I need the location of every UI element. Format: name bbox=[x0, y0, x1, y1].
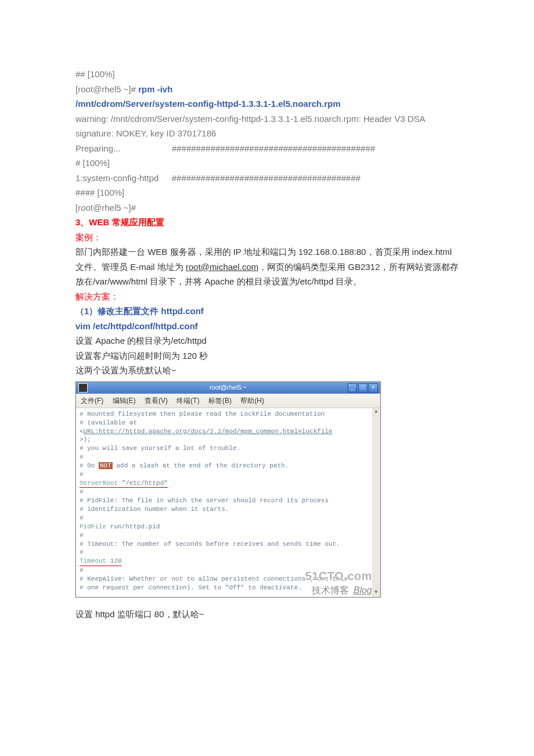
output-label: Preparing... bbox=[75, 143, 121, 153]
prompt: [root@rhel5 ~]# bbox=[75, 84, 138, 94]
term-line: PidFile run/httpd.pid bbox=[80, 523, 369, 531]
directive-value: 120 bbox=[110, 557, 122, 564]
term-text: # Do bbox=[80, 462, 99, 469]
step1-desc-line: 设置 Apache 的根目录为/etc/httpd bbox=[75, 333, 459, 348]
menu-tabs[interactable]: 标签(B) bbox=[208, 397, 232, 405]
command-path: /mnt/cdrom/Server/system-config-httpd-1.… bbox=[75, 96, 459, 111]
terminal-window: root@rhel5:~ _ □ × 文件(F) 编辑(E) 查看(V) 终端(… bbox=[75, 381, 381, 597]
post-terminal-line: 设置 httpd 监听端口 80，默认哈~ bbox=[75, 607, 459, 622]
output-hashes: ####################################### bbox=[172, 173, 360, 183]
output-line: # [100%] bbox=[75, 156, 459, 171]
menu-terminal[interactable]: 终端(T) bbox=[176, 397, 199, 405]
term-line: # Do NOT add a slash at the end of the d… bbox=[80, 462, 369, 470]
output-line: warning: /mnt/cdrom/Server/system-config… bbox=[75, 111, 459, 141]
output-label: 1:system-config-httpd bbox=[75, 173, 158, 183]
term-line: # (available at <URL:http://httpd.apache… bbox=[80, 419, 369, 436]
step1-desc-line: 这两个设置为系统默认哈~ bbox=[75, 363, 459, 378]
term-highlight: NOT bbox=[99, 462, 113, 469]
watermark-cn: 技术博客 bbox=[312, 585, 349, 595]
watermark-domain: 51CTO.com bbox=[305, 568, 372, 584]
menu-edit[interactable]: 编辑(E) bbox=[113, 397, 136, 405]
document-content: ## [100%] [root@rhel5 ~]# rpm -ivh /mnt/… bbox=[0, 0, 534, 656]
email-link[interactable]: root@michael.com bbox=[186, 262, 258, 272]
case-description: 部门内部搭建一台 WEB 服务器，采用的 IP 地址和端口为 192.168.0… bbox=[75, 244, 459, 289]
term-line: # bbox=[80, 548, 369, 557]
step1-desc-line: 设置客户端访问超时时间为 120 秒 bbox=[75, 348, 459, 363]
window-icon bbox=[78, 383, 88, 393]
close-button[interactable]: × bbox=[369, 383, 378, 393]
step1-command: vim /etc/httpd/conf/httpd.conf bbox=[75, 319, 459, 334]
term-line: # bbox=[80, 514, 369, 523]
term-line: # bbox=[80, 531, 369, 540]
term-line: >); bbox=[80, 435, 369, 444]
menubar: 文件(F) 编辑(E) 查看(V) 终端(T) 标签(B) 帮助(H) bbox=[76, 394, 380, 408]
term-line: # you will save yourself a lot of troubl… bbox=[80, 444, 369, 453]
directive-name: PidFile bbox=[80, 523, 110, 530]
terminal-body[interactable]: ▲ ▼ # mounted filesystem then please rea… bbox=[76, 408, 380, 597]
term-url: URL:http://httpd.apache.org/docs/2.2/mod… bbox=[84, 428, 333, 435]
maximize-button[interactable]: □ bbox=[358, 383, 367, 393]
term-line: Timeout 120 bbox=[80, 557, 369, 566]
output-line: #### [100%] bbox=[75, 185, 459, 200]
output-line: 1:system-config-httpd ##################… bbox=[75, 171, 459, 186]
output-hashes: ########################################… bbox=[172, 143, 375, 153]
term-line: # mounted filesystem then please read th… bbox=[80, 410, 369, 419]
term-line: # identification number when it starts. bbox=[80, 505, 369, 514]
term-line: # bbox=[80, 453, 369, 462]
directive-value: run/httpd.pid bbox=[110, 523, 160, 530]
watermark: 51CTO.com 技术博客Blog bbox=[305, 568, 372, 597]
window-titlebar: root@rhel5:~ _ □ × bbox=[76, 382, 380, 394]
menu-help[interactable]: 帮助(H) bbox=[240, 397, 264, 405]
case-label: 案例： bbox=[75, 230, 459, 245]
directive-name: Timeout bbox=[80, 557, 110, 564]
output-line: ## [100%] bbox=[75, 67, 459, 82]
window-buttons: _ □ × bbox=[348, 383, 378, 393]
term-line: # Timeout: The number of seconds before … bbox=[80, 540, 369, 549]
menu-view[interactable]: 查看(V) bbox=[145, 397, 168, 405]
term-line: # bbox=[80, 488, 369, 496]
output-line: Preparing... ###########################… bbox=[75, 141, 459, 156]
term-text: add a slash at the end of the directory … bbox=[113, 462, 289, 469]
step1-label: （1）修改主配置文件 httpd.conf bbox=[75, 304, 459, 319]
directive-name: ServerRoot bbox=[80, 480, 122, 487]
window-title: root@rhel5:~ bbox=[210, 382, 247, 393]
term-line: # PidFile: The file in which the server … bbox=[80, 496, 369, 505]
scroll-down-icon[interactable]: ▼ bbox=[372, 589, 380, 597]
output-line: [root@rhel5 ~]# bbox=[75, 200, 459, 215]
directive-value: "/etc/httpd" bbox=[122, 480, 168, 487]
term-line: # bbox=[80, 470, 369, 479]
section-heading: 3、WEB 常规应用配置 bbox=[75, 215, 459, 230]
watermark-blog: Blog bbox=[353, 585, 372, 595]
solution-label: 解决方案： bbox=[75, 289, 459, 304]
menu-file[interactable]: 文件(F) bbox=[81, 397, 103, 405]
watermark-bottom: 技术博客Blog bbox=[305, 584, 372, 597]
command-text: rpm -ivh bbox=[138, 84, 172, 94]
term-line: ServerRoot "/etc/httpd" bbox=[80, 479, 369, 488]
minimize-button[interactable]: _ bbox=[348, 383, 357, 393]
scroll-up-icon[interactable]: ▲ bbox=[372, 408, 380, 416]
output-line: [root@rhel5 ~]# rpm -ivh bbox=[75, 82, 459, 97]
